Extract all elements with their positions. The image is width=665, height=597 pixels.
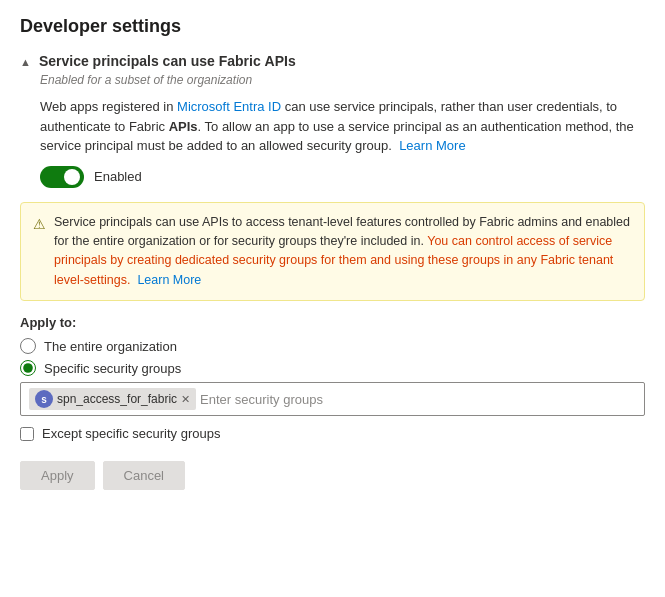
except-checkbox-label[interactable]: Except specific security groups bbox=[42, 426, 220, 441]
enabled-toggle[interactable] bbox=[40, 166, 84, 188]
entra-id-link[interactable]: Microsoft Entra ID bbox=[177, 99, 281, 114]
apply-button[interactable]: Apply bbox=[20, 461, 95, 490]
security-groups-placeholder: Enter security groups bbox=[200, 392, 323, 407]
tag-avatar: s bbox=[35, 390, 53, 408]
apply-to-label: Apply to: bbox=[20, 315, 645, 330]
info-box: ⚠ Service principals can use APIs to acc… bbox=[20, 202, 645, 302]
radio-specific-groups-label[interactable]: Specific security groups bbox=[44, 361, 181, 376]
security-group-tag: s spn_access_for_fabric ✕ bbox=[29, 388, 196, 410]
info-box-text: Service principals can use APIs to acces… bbox=[54, 213, 632, 291]
except-checkbox[interactable] bbox=[20, 427, 34, 441]
tag-remove-button[interactable]: ✕ bbox=[181, 394, 190, 405]
warning-icon: ⚠ bbox=[33, 214, 46, 291]
collapse-icon[interactable]: ▲ bbox=[20, 56, 31, 68]
security-groups-input[interactable]: s spn_access_for_fabric ✕ Enter security… bbox=[20, 382, 645, 416]
page-title: Developer settings bbox=[20, 16, 645, 37]
radio-entire-org-label[interactable]: The entire organization bbox=[44, 339, 177, 354]
radio-entire-org[interactable] bbox=[20, 338, 36, 354]
radio-specific-groups[interactable] bbox=[20, 360, 36, 376]
learn-more-link-1[interactable]: Learn More bbox=[399, 138, 465, 153]
toggle-label: Enabled bbox=[94, 169, 142, 184]
tag-label: spn_access_for_fabric bbox=[57, 392, 177, 406]
section-description: Web apps registered in Microsoft Entra I… bbox=[40, 97, 645, 156]
cancel-button[interactable]: Cancel bbox=[103, 461, 185, 490]
button-row: Apply Cancel bbox=[20, 461, 645, 490]
section-subtitle: Enabled for a subset of the organization bbox=[40, 73, 645, 87]
learn-more-link-2[interactable]: Learn More bbox=[137, 273, 201, 287]
section-title: Service principals can use Fabric APIs bbox=[39, 53, 296, 69]
